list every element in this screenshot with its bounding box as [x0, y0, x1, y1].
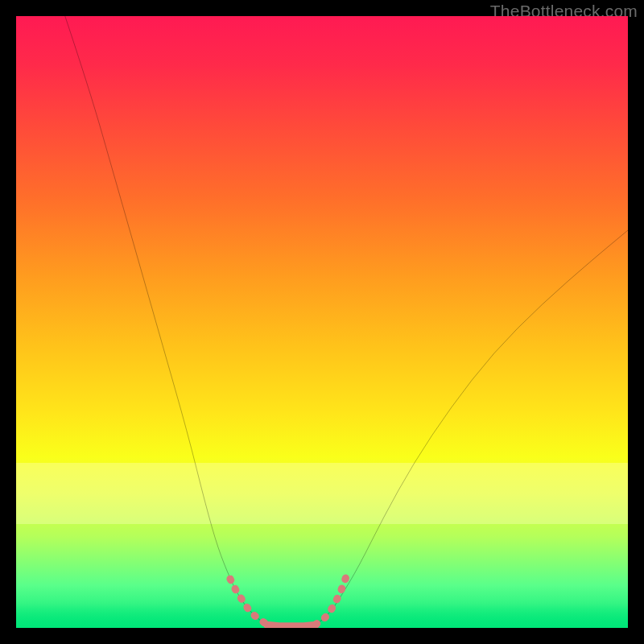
chart-stage: TheBottleneck.com: [0, 0, 644, 644]
highlight-right: [316, 576, 346, 624]
curve-svg: [16, 16, 628, 628]
plot-area: [16, 16, 628, 628]
pale-yellow-band: [16, 463, 628, 524]
highlight-left: [230, 579, 267, 624]
highlight-bottom: [267, 625, 316, 626]
curve-left: [65, 16, 267, 625]
curve-right: [316, 230, 628, 625]
green-bottom-band: [16, 604, 628, 628]
